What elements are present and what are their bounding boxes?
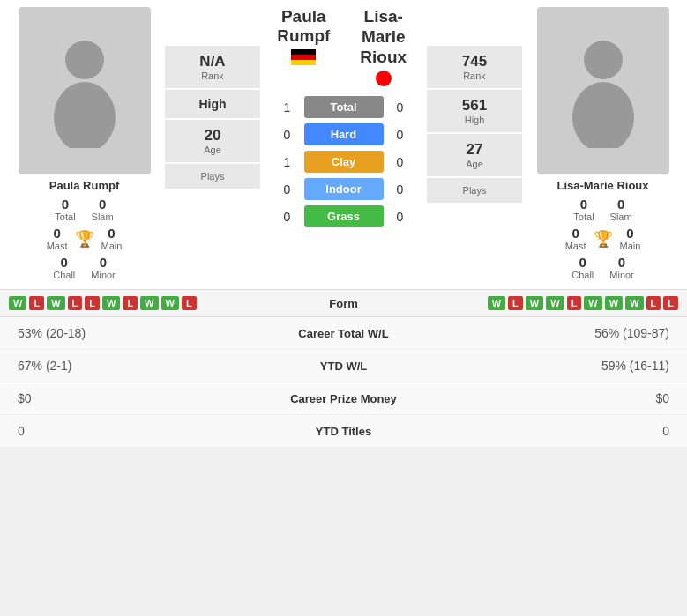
left-chall-label: Chall <box>53 270 75 280</box>
right-age-value: 27 <box>434 141 515 159</box>
stats-right-value: $0 <box>432 391 670 405</box>
left-slam-stat: 0 Slam <box>92 197 114 222</box>
left-total-value: 0 <box>62 197 69 212</box>
form-badge-w: W <box>605 296 623 310</box>
form-badge-w: W <box>546 296 564 310</box>
stats-left-value: 0 <box>18 424 256 438</box>
right-total-label: Total <box>573 212 594 222</box>
stats-row: $0 Career Prize Money $0 <box>0 382 687 415</box>
left-main-stat: 0 Main <box>101 226 123 251</box>
left-slam-label: Slam <box>92 212 114 222</box>
stats-row: 0 YTD Titles 0 <box>0 415 687 448</box>
right-slam-value: 0 <box>617 197 624 212</box>
left-main-value: 0 <box>108 226 115 241</box>
right-main-stat: 0 Main <box>620 226 641 251</box>
form-badge-w: W <box>584 296 601 310</box>
main-container: Paula Rumpf 0 Total 0 Slam 0 Mast 🏆 0 <box>0 0 687 448</box>
left-rank-value: N/A <box>172 53 253 71</box>
clay-right-count: 0 <box>387 155 414 169</box>
left-rank-label: Rank <box>172 71 253 81</box>
indoor-row: 0 Indoor 0 <box>264 175 423 203</box>
left-player-name: Paula Rumpf <box>49 179 119 192</box>
form-badge-l: L <box>646 296 661 310</box>
svg-point-3 <box>572 82 634 148</box>
left-mast-stat: 0 Mast <box>47 226 68 251</box>
right-stats-row3: 0 Chall 0 Minor <box>571 255 634 280</box>
left-stats-row1: 0 Total 0 Slam <box>55 197 113 222</box>
left-chall-stat: 0 Chall <box>53 255 75 280</box>
right-mast-stat: 0 Mast <box>565 226 586 251</box>
right-plays-box: Plays <box>427 178 522 203</box>
hard-btn[interactable]: Hard <box>304 123 384 145</box>
form-badge-l: L <box>182 296 197 310</box>
left-player-silhouette <box>45 33 124 148</box>
left-mast-value: 0 <box>53 226 60 241</box>
grass-btn[interactable]: Grass <box>304 205 384 227</box>
right-player-silhouette <box>564 33 643 148</box>
grass-row: 0 Grass 0 <box>264 203 423 230</box>
total-row: 1 Total 0 <box>264 93 423 121</box>
indoor-btn[interactable]: Indoor <box>304 178 384 200</box>
form-badge-l: L <box>68 296 83 310</box>
indoor-left-count: 0 <box>274 182 301 197</box>
left-player-photo <box>19 7 151 174</box>
hard-row: 0 Hard 0 <box>264 121 423 148</box>
form-badge-l: L <box>29 296 44 310</box>
left-minor-value: 0 <box>100 255 107 270</box>
left-plays-box: Plays <box>165 164 260 189</box>
hard-left-count: 0 <box>274 128 301 142</box>
grass-right-count: 0 <box>387 210 414 224</box>
total-left-count: 1 <box>274 100 301 115</box>
right-minor-label: Minor <box>609 270 634 280</box>
stats-right-value: 59% (16-11) <box>432 359 670 373</box>
right-stats-row2: 0 Mast 🏆 0 Main <box>565 226 641 251</box>
right-player-column: Lisa-Marie Rioux 0 Total 0 Slam 0 Mast 🏆 <box>526 7 680 282</box>
clay-btn[interactable]: Clay <box>304 151 384 173</box>
stats-right-value: 0 <box>432 424 670 438</box>
left-trophy-icon: 🏆 <box>75 229 94 249</box>
right-player-name: Lisa-Marie Rioux <box>556 179 648 192</box>
right-age-label: Age <box>434 159 515 169</box>
top-section: Paula Rumpf 0 Total 0 Slam 0 Mast 🏆 0 <box>0 0 687 289</box>
stats-left-value: $0 <box>18 391 256 405</box>
left-stats-row3: 0 Chall 0 Minor <box>53 255 116 280</box>
form-badge-w: W <box>47 296 64 310</box>
right-plays-label: Plays <box>434 185 515 196</box>
form-badge-l: L <box>663 296 678 310</box>
hard-right-count: 0 <box>387 128 414 142</box>
left-minor-label: Minor <box>91 270 116 280</box>
grass-left-count: 0 <box>274 210 301 224</box>
form-label: Form <box>317 297 370 310</box>
surface-area: 1 Total 0 0 Hard 0 1 Clay 0 <box>264 93 423 230</box>
right-high-label: High <box>434 115 515 125</box>
form-badge-w: W <box>102 296 120 310</box>
right-chall-label: Chall <box>571 270 594 280</box>
player-names-header: Paula Rumpf Lisa-Marie Rioux <box>264 7 423 90</box>
right-player-photo <box>537 7 669 174</box>
stats-right-value: 56% (109-87) <box>432 326 670 340</box>
right-mast-value: 0 <box>571 226 579 241</box>
right-total-value: 0 <box>580 197 587 212</box>
right-minor-value: 0 <box>618 255 625 270</box>
right-info-boxes: 745 Rank 561 High 27 Age Plays <box>427 46 522 282</box>
left-total-label: Total <box>55 212 75 222</box>
left-age-box: 20 Age <box>165 120 260 162</box>
total-label: Total <box>304 96 384 118</box>
clay-left-count: 1 <box>274 155 301 169</box>
right-stats-row1: 0 Total 0 Slam <box>573 197 631 222</box>
right-chall-stat: 0 Chall <box>571 255 594 280</box>
left-form-badges: WLWLLWLWWL <box>9 296 314 310</box>
right-trophy-icon: 🏆 <box>594 229 613 249</box>
form-badge-w: W <box>9 296 26 310</box>
right-slam-stat: 0 Slam <box>610 197 632 222</box>
right-player-name-header: Lisa-Marie Rioux <box>344 7 424 67</box>
stats-center-label: YTD Titles <box>256 425 432 438</box>
indoor-right-count: 0 <box>387 182 414 197</box>
left-player-name-header: Paula Rumpf <box>264 7 344 46</box>
stats-left-value: 53% (20-18) <box>18 326 256 340</box>
stats-rows: 53% (20-18) Career Total W/L 56% (109-87… <box>0 317 687 448</box>
form-badge-l: L <box>567 296 582 310</box>
right-slam-label: Slam <box>610 212 632 222</box>
stats-center-label: Career Total W/L <box>256 327 432 340</box>
right-chall-value: 0 <box>579 255 586 270</box>
